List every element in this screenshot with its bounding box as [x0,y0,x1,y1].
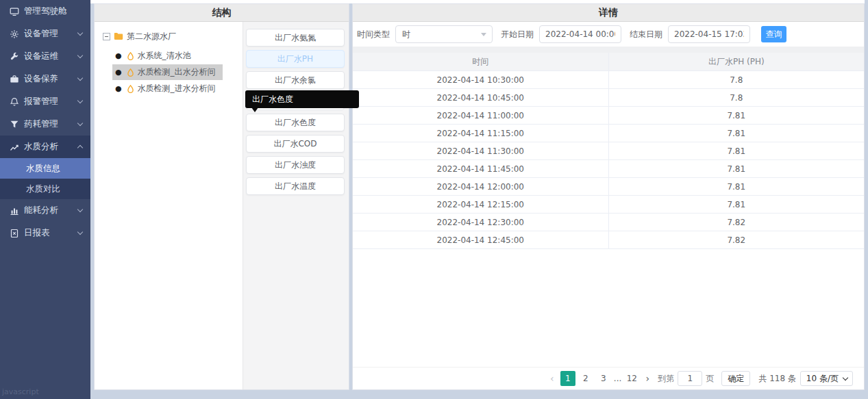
param-button-turbidity[interactable]: 出厂水浊度 [246,156,345,174]
sidebar-item-label: 日报表 [24,227,50,239]
param-button-chroma[interactable]: 出厂水色度 [246,114,345,131]
start-date-input[interactable] [539,25,621,43]
pagination-bar: ‹ 1 2 3 ... 12 › 到第 页 确定 共 118 条 10 条/页 [353,367,864,389]
page-button-2[interactable]: 2 [578,371,593,386]
sidebar-item-device-management[interactable]: 设备管理 [0,23,90,45]
time-type-select[interactable]: 时 [395,25,493,43]
cell-value: 7.82 [609,214,865,231]
param-button-cod[interactable]: 出厂水COD [246,135,345,153]
browser-status-hint: javascript [2,387,39,396]
sidebar-item-label: 水质分析 [24,141,58,153]
tree-node-inlet-analysis[interactable]: ● 水质检测_进水分析间 [112,81,223,96]
sidebar-item-label: 设备管理 [24,28,58,40]
water-drop-icon [127,52,134,60]
cell-value: 7.81 [609,178,865,195]
structure-panel-title: 结构 [95,4,349,22]
sidebar-item-chemical-consumption[interactable]: 药耗管理 [0,113,90,136]
chevron-down-icon [77,53,83,58]
cell-value: 7.8 [609,89,865,106]
sidebar-subitem-label: 水质对比 [26,183,60,195]
detail-panel: 详情 时间类型 时 开始日期 结束日期 查询 时间 出厂水PH (PH) 202… [352,3,865,390]
page-ellipsis: ... [614,374,621,383]
next-page-icon[interactable]: › [641,373,654,384]
caret-down-icon [481,33,486,36]
param-button-ph[interactable]: 出厂水PH [246,50,345,68]
detail-panel-title: 详情 [353,4,864,22]
sidebar-item-energy-analysis[interactable]: 能耗分析 [0,199,90,222]
water-drop-icon [127,85,134,93]
chevron-down-icon [77,120,83,126]
sidebar-item-dashboard[interactable]: 管理驾驶舱 [0,0,90,23]
table-header-ph: 出厂水PH (PH) [609,53,865,70]
trend-chart-icon [9,142,19,152]
goto-page-label: 到第 [658,373,674,385]
data-table: 时间 出厂水PH (PH) 2022-04-14 10:30:00 7.8 20… [353,53,864,389]
time-type-value: 时 [402,29,410,39]
table-row[interactable]: 2022-04-14 12:30:00 7.82 [353,214,864,231]
table-row[interactable]: 2022-04-14 11:30:00 7.81 [353,142,864,160]
sidebar-item-daily-report[interactable]: 日报表 [0,222,90,244]
table-row[interactable]: 2022-04-14 11:15:00 7.81 [353,125,864,142]
filter-bar: 时间类型 时 开始日期 结束日期 查询 [353,22,864,47]
param-button-temperature[interactable]: 出厂水温度 [246,177,345,195]
cell-value: 7.81 [609,196,865,213]
cell-time: 2022-04-14 10:45:00 [353,89,609,106]
table-row[interactable]: 2022-04-14 11:00:00 7.81 [353,107,864,125]
sidebar-item-water-quality-analysis[interactable]: 水质分析 [0,136,90,158]
table-row[interactable]: 2022-04-14 12:00:00 7.81 [353,178,864,196]
page-size-select[interactable]: 10 条/页 [800,371,853,386]
table-header-row: 时间 出厂水PH (PH) [353,53,864,71]
cell-time: 2022-04-14 11:30:00 [353,142,609,159]
cell-time: 2022-04-14 11:00:00 [353,107,609,124]
table-row[interactable]: 2022-04-14 12:15:00 7.81 [353,196,864,214]
page-button-1[interactable]: 1 [560,371,575,386]
table-row[interactable]: 2022-04-14 12:45:00 7.82 [353,231,864,249]
param-button-residual-chlorine[interactable]: 出厂水余氯 [246,71,345,89]
param-button-ammonia[interactable]: 出厂水氨氮 [246,29,345,47]
cell-value: 7.81 [609,142,865,159]
page-size-value: 10 条/页 [806,374,839,383]
tree-root-node[interactable]: 第二水源水厂 [103,29,240,44]
tree-node-label: 水质检测_进水分析间 [138,83,216,94]
bullet-icon: ● [115,68,122,77]
page-button-3[interactable]: 3 [596,371,611,386]
sidebar-item-label: 药耗管理 [24,118,58,130]
structure-panel: 结构 第二水源水厂 ● 水系统_清水池 ● 水质检测_出水分析间 [94,3,349,390]
end-date-input[interactable] [668,25,750,43]
collapse-toggle-icon[interactable] [103,33,110,40]
briefcase-icon [9,75,19,84]
sidebar: 管理驾驶舱 设备管理 设备运维 设备保养 报警管理 药耗管理 水质分析 水质信息 [0,0,90,399]
table-row[interactable]: 2022-04-14 10:30:00 7.8 [353,71,864,89]
wrench-icon [9,52,19,62]
bullet-icon: ● [115,51,122,60]
goto-page-input[interactable] [678,371,702,386]
confirm-button[interactable]: 确定 [721,371,750,386]
tree-node-outlet-analysis[interactable]: ● 水质检测_出水分析间 [112,64,223,80]
query-button[interactable]: 查询 [761,26,786,42]
bullet-icon: ● [115,84,122,93]
sidebar-item-alarm-management[interactable]: 报警管理 [0,90,90,113]
bar-chart-icon [9,206,19,216]
sidebar-group-water-quality: 水质分析 水质信息 水质对比 [0,136,90,199]
page-button-12[interactable]: 12 [624,371,639,386]
folder-icon [114,32,123,40]
start-date-label: 开始日期 [501,29,534,40]
sidebar-item-device-ops[interactable]: 设备运维 [0,45,90,68]
table-row[interactable]: 2022-04-14 11:45:00 7.81 [353,160,864,178]
page-unit-label: 页 [706,373,714,385]
cell-time: 2022-04-14 11:45:00 [353,160,609,177]
sidebar-item-device-maintenance[interactable]: 设备保养 [0,68,90,90]
cell-time: 2022-04-14 11:15:00 [353,125,609,142]
tree-node-water-system[interactable]: ● 水系统_清水池 [112,48,198,64]
tree-node-label: 水质检测_出水分析间 [138,66,216,78]
sidebar-item-label: 报警管理 [24,96,58,107]
chevron-up-icon [77,145,83,151]
sidebar-subitem-water-quality-info[interactable]: 水质信息 [0,158,90,179]
chevron-down-icon [77,98,83,103]
prev-page-icon[interactable]: ‹ [545,373,559,384]
sidebar-subitem-water-quality-compare[interactable]: 水质对比 [0,179,90,199]
end-date-label: 结束日期 [630,29,662,40]
table-row[interactable]: 2022-04-14 10:45:00 7.8 [353,89,864,107]
gear-icon [9,29,19,39]
report-icon [9,229,19,238]
